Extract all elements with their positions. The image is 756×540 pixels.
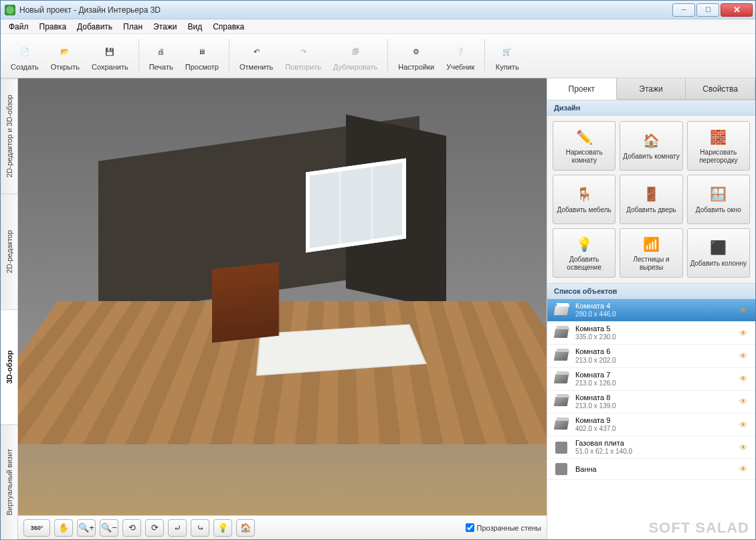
design-icon: 📶 (642, 235, 660, 254)
menu-add[interactable]: Добавить (72, 21, 118, 33)
дублировать-icon: 🗐 (345, 41, 366, 62)
design-добавить-освещение[interactable]: 💡Добавить освещение (553, 228, 616, 278)
app-window: Новый проект - Дизайн Интерьера 3D ─ ☐ ✕… (0, 0, 756, 540)
close-button[interactable]: ✕ (721, 3, 753, 17)
design-grid: ✏️Нарисовать комнату🏠Добавить комнату🧱На… (547, 116, 755, 283)
menu-help[interactable]: Справка (207, 21, 250, 33)
view-tool-1[interactable]: ✋ (54, 519, 73, 537)
toolbar-настройки[interactable]: ⚙Настройки (392, 39, 440, 73)
rtab-Свойства[interactable]: Свойства (686, 78, 755, 99)
view-tool-9[interactable]: 🏠 (236, 519, 255, 537)
3d-viewport[interactable] (18, 78, 547, 515)
window-title: Новый проект - Дизайн Интерьера 3D (19, 5, 161, 15)
object-item[interactable]: Газовая плита51.0 x 62.1 x 140.0 👁 (547, 436, 755, 459)
toolbar: 📄Создать📂Открыть💾Сохранить🖨Печать🖥Просмо… (1, 34, 755, 78)
view-tool-6[interactable]: ⤾ (168, 519, 187, 537)
object-item[interactable]: Комната 8213.0 x 139.0 👁 (547, 391, 755, 414)
object-dimensions: 402.0 x 437.0 (575, 425, 739, 433)
menu-view[interactable]: Вид (182, 21, 207, 33)
toolbar-просмотр[interactable]: 🖥Просмотр (179, 39, 225, 73)
открыть-icon: 📂 (54, 41, 76, 62)
visibility-icon[interactable]: 👁 (739, 464, 750, 474)
object-icon (553, 371, 570, 386)
menubar: Файл Правка Добавить План Этажи Вид Спра… (1, 19, 755, 34)
object-icon (553, 462, 570, 476)
design-добавить-комнату[interactable]: 🏠Добавить комнату (620, 121, 682, 171)
object-item[interactable]: Комната 7213.0 x 126.0 👁 (547, 368, 755, 391)
design-добавить-дверь[interactable]: 🚪Добавить дверь (620, 175, 682, 224)
menu-file[interactable]: Файл (3, 21, 34, 33)
visibility-icon[interactable]: 👁 (739, 329, 750, 338)
menu-edit[interactable]: Правка (34, 21, 72, 33)
object-icon (553, 440, 570, 455)
right-panel: ПроектЭтажиСвойства Дизайн ✏️Нарисовать … (547, 78, 755, 539)
design-icon: 💡 (575, 235, 593, 254)
toolbar-отменить[interactable]: ↶Отменить (233, 39, 279, 73)
object-item[interactable]: Ванна 👁 (547, 459, 755, 480)
object-name: Комната 5 (575, 325, 739, 333)
view-tool-0[interactable]: 360° (23, 519, 50, 537)
maximize-button[interactable]: ☐ (696, 3, 719, 17)
menu-floors[interactable]: Этажи (148, 21, 182, 33)
toolbar-сохранить[interactable]: 💾Сохранить (86, 39, 134, 73)
app-icon (5, 5, 15, 15)
minimize-button[interactable]: ─ (672, 3, 695, 17)
просмотр-icon: 🖥 (191, 41, 213, 62)
canvas-wrap: 360°✋🔍+🔍−⟲⟳⤾⤿💡🏠Прозрачные стены (18, 78, 547, 539)
view-tool-2[interactable]: 🔍+ (77, 519, 96, 537)
object-item[interactable]: Комната 5335.0 x 230.0 👁 (547, 322, 755, 345)
visibility-icon[interactable]: 👁 (739, 397, 750, 406)
vtab-2D-редактор и 3D-обзор[interactable]: 2D-редактор и 3D-обзор (1, 78, 17, 193)
object-icon (553, 349, 570, 363)
view-tool-5[interactable]: ⟳ (145, 519, 164, 537)
vtab-3D-обзор[interactable]: 3D-обзор (1, 309, 17, 424)
object-item[interactable]: Комната 9402.0 x 437.0 👁 (547, 414, 755, 436)
toolbar-купить[interactable]: 🛒Купить (489, 39, 525, 73)
design-добавить-колонну[interactable]: ⬛Добавить колонну (687, 228, 750, 278)
object-name: Комната 9 (575, 416, 739, 425)
object-name: Комната 4 (575, 302, 739, 310)
toolbar-открыть[interactable]: 📂Открыть (45, 39, 86, 73)
view-tool-3[interactable]: 🔍− (100, 519, 118, 537)
design-лестницы-и-вырезы[interactable]: 📶Лестницы и вырезы (620, 228, 682, 278)
design-icon: ⬛ (709, 239, 728, 258)
object-dimensions: 213.0 x 202.0 (575, 357, 739, 365)
учебник-icon: ❔ (450, 41, 471, 62)
design-нарисовать-перегородку[interactable]: 🧱Нарисовать перегородку (687, 121, 750, 171)
toolbar-создать[interactable]: 📄Создать (5, 39, 45, 73)
object-icon (553, 326, 570, 341)
object-item[interactable]: Комната 6213.0 x 202.0 👁 (547, 345, 755, 367)
object-name: Комната 6 (575, 347, 739, 356)
viewport-toolbar: 360°✋🔍+🔍−⟲⟳⤾⤿💡🏠Прозрачные стены (18, 515, 547, 539)
visibility-icon[interactable]: 👁 (739, 306, 750, 315)
menu-plan[interactable]: План (118, 21, 148, 33)
design-добавить-мебель[interactable]: 🪑Добавить мебель (553, 175, 616, 224)
сохранить-icon: 💾 (99, 41, 120, 62)
rtab-Проект[interactable]: Проект (547, 78, 617, 100)
создать-icon: 📄 (14, 41, 35, 62)
object-icon (553, 303, 570, 318)
toolbar-дублировать: 🗐Дублировать (327, 39, 383, 73)
design-добавить-окно[interactable]: 🪟Добавить окно (687, 175, 750, 224)
visibility-icon[interactable]: 👁 (739, 443, 750, 452)
visibility-icon[interactable]: 👁 (739, 351, 750, 361)
object-name: Ванна (575, 465, 739, 474)
object-dimensions: 51.0 x 62.1 x 140.0 (575, 448, 739, 456)
toolbar-учебник[interactable]: ❔Учебник (440, 39, 480, 73)
design-нарисовать-комнату[interactable]: ✏️Нарисовать комнату (553, 121, 616, 171)
настройки-icon: ⚙ (405, 41, 427, 62)
rtab-Этажи[interactable]: Этажи (617, 78, 686, 99)
design-icon: 🚪 (642, 185, 660, 204)
visibility-icon[interactable]: 👁 (739, 374, 750, 383)
повторить-icon: ↷ (292, 41, 314, 62)
view-tool-4[interactable]: ⟲ (122, 519, 141, 537)
vtab-Виртуальный визит[interactable]: Виртуальный визит (1, 424, 17, 539)
object-name: Газовая плита (575, 439, 739, 448)
object-item[interactable]: Комната 4280.0 x 446.0 👁 (547, 299, 755, 322)
transparent-walls-checkbox[interactable]: Прозрачные стены (466, 523, 541, 532)
view-tool-7[interactable]: ⤿ (191, 519, 209, 537)
toolbar-печать[interactable]: 🖨Печать (143, 39, 179, 73)
view-tool-8[interactable]: 💡 (213, 519, 232, 537)
vtab-2D-редактор[interactable]: 2D-редактор (1, 193, 17, 308)
visibility-icon[interactable]: 👁 (739, 420, 750, 430)
